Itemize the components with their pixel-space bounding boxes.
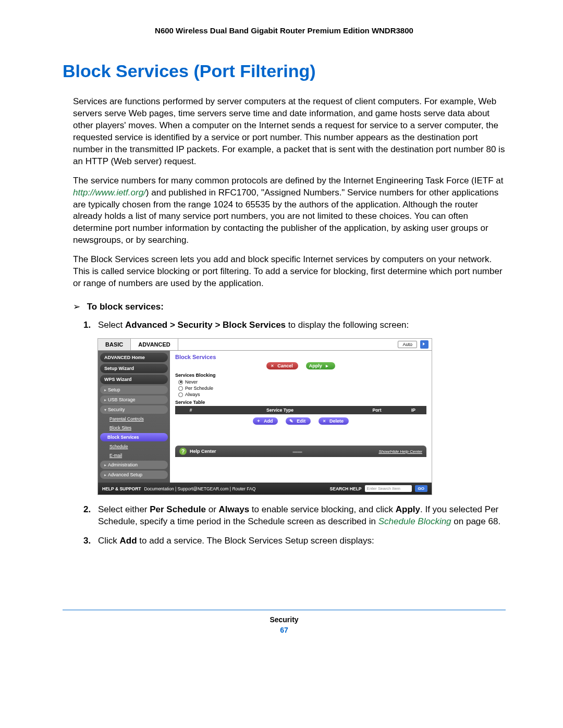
step-1b: to display the following screen:	[286, 320, 409, 330]
cancel-label: Cancel	[277, 363, 293, 368]
radio-per-schedule-label: Per Schedule	[185, 386, 213, 391]
sidebar-item-block-sites[interactable]: Block Sites	[100, 424, 168, 431]
schedule-blocking-xref[interactable]: Schedule Blocking	[378, 516, 451, 526]
add-label: Add	[264, 418, 273, 424]
radio-never-label: Never	[185, 379, 198, 385]
ui-footer: HELP & SUPPORT Documentation | Support@N…	[98, 483, 432, 495]
step-2c: to enable service blocking, and click	[249, 504, 396, 514]
sidebar-item-setup-wizard[interactable]: Setup Wizard	[100, 364, 168, 373]
sidebar-item-advanced-setup[interactable]: Advanced Setup	[100, 471, 168, 479]
show-hide-help-link[interactable]: Show/Hide Help Center	[378, 449, 422, 454]
page-footer: Security 67	[63, 610, 506, 634]
help-center-label: Help Center	[190, 449, 216, 454]
footer-page-number: 67	[63, 626, 506, 634]
step-number: 3.	[83, 535, 91, 547]
col-service-type: Service Type	[206, 406, 353, 414]
procedure-heading-text: To block services:	[87, 302, 164, 312]
step-2-mid: or	[206, 504, 219, 514]
help-center-bar[interactable]: ? Help Center ▬▬ Show/Hide Help Center	[175, 446, 426, 457]
step-1: 1. Select Advanced > Security > Block Se…	[83, 319, 506, 331]
col-number: #	[175, 406, 206, 414]
auto-refresh-label[interactable]: Auto	[398, 341, 417, 348]
apply-label: Apply	[309, 363, 322, 368]
step-2-b1: Per Schedule	[150, 504, 206, 514]
sidebar-item-administration[interactable]: Administration	[100, 461, 168, 469]
step-2e: on page 68.	[451, 516, 501, 526]
step-3a: Click	[98, 536, 120, 546]
help-support-label: HELP & SUPPORT	[102, 486, 141, 491]
step-3-b1: Add	[120, 536, 137, 546]
pencil-icon: ✎	[289, 418, 294, 424]
step-2-b2: Always	[219, 504, 250, 514]
step-2-b3: Apply	[396, 504, 420, 514]
chevron-right-icon: ▸	[325, 363, 330, 368]
radio-icon	[178, 392, 183, 397]
procedure-heading: ➢ To block services:	[73, 301, 506, 312]
refresh-play-icon[interactable]	[420, 340, 429, 349]
search-help-label: SEARCH HELP	[330, 486, 362, 491]
delete-button[interactable]: ×Delete	[319, 417, 349, 425]
col-ip: IP	[400, 406, 426, 414]
step-number: 1.	[83, 319, 91, 331]
step-2a: Select either	[98, 504, 150, 514]
radio-always-label: Always	[185, 392, 200, 397]
plus-icon: +	[256, 418, 261, 424]
sidebar-item-usb-storage[interactable]: USB Storage	[100, 396, 168, 404]
sidebar-item-security[interactable]: Security	[100, 405, 168, 414]
x-icon: ×	[322, 418, 327, 424]
sidebar-item-wps-wizard[interactable]: WPS Wizard	[100, 375, 168, 384]
tab-bar: BASIC ADVANCED Auto	[98, 339, 432, 351]
apply-button[interactable]: Apply▸	[306, 362, 335, 369]
section-title: Block Services (Port Filtering)	[63, 61, 506, 81]
edit-label: Edit	[297, 418, 305, 424]
services-blocking-label: Services Blocking	[175, 373, 426, 378]
x-icon: ×	[270, 363, 275, 368]
step-2: 2. Select either Per Schedule or Always …	[83, 504, 506, 528]
table-header: # Service Type Port IP	[175, 406, 426, 414]
search-input[interactable]: Enter Search Item	[365, 485, 412, 492]
paragraph-3: The Block Services screen lets you add a…	[73, 254, 506, 290]
step-3b: to add a service. The Block Services Set…	[137, 536, 374, 546]
sidebar-item-advanced-home[interactable]: ADVANCED Home	[100, 353, 168, 362]
drag-handle-icon: ▬▬	[216, 449, 379, 454]
chevron-right-icon: ➢	[73, 301, 84, 312]
ietf-link[interactable]: http://www.ietf.org/	[73, 188, 146, 198]
sidebar-item-schedule[interactable]: Schedule	[100, 443, 168, 450]
paragraph-1: Services are functions performed by serv…	[73, 96, 506, 168]
content-pane: Block Services ×Cancel Apply▸ Services B…	[170, 351, 432, 483]
question-icon: ?	[179, 448, 187, 455]
footer-section: Security	[63, 615, 506, 624]
sidebar: ADVANCED Home Setup Wizard WPS Wizard Se…	[98, 351, 170, 483]
content-title: Block Services	[175, 354, 426, 360]
sidebar-item-email[interactable]: E-mail	[100, 452, 168, 459]
edit-button[interactable]: ✎Edit	[286, 417, 311, 425]
radio-icon	[178, 386, 183, 391]
radio-icon	[178, 380, 183, 385]
footer-links[interactable]: Documentation | Support@NETGEAR.com | Ro…	[144, 486, 255, 491]
step-3: 3. Click Add to add a service. The Block…	[83, 535, 506, 547]
paragraph-2a: The service numbers for many common prot…	[73, 176, 504, 186]
document-header: N600 Wireless Dual Band Gigabit Router P…	[63, 26, 506, 35]
radio-per-schedule[interactable]: Per Schedule	[175, 385, 426, 391]
radio-always[interactable]: Always	[175, 391, 426, 398]
tab-advanced[interactable]: ADVANCED	[131, 339, 178, 350]
service-table: # Service Type Port IP	[175, 406, 426, 414]
radio-never[interactable]: Never	[175, 379, 426, 385]
cancel-button[interactable]: ×Cancel	[266, 362, 298, 369]
service-table-label: Service Table	[175, 400, 426, 405]
sidebar-item-parental-controls[interactable]: Parental Controls	[100, 415, 168, 423]
step-1a: Select	[98, 320, 125, 330]
sidebar-item-block-services[interactable]: Block Services	[100, 433, 168, 441]
tab-basic[interactable]: BASIC	[98, 339, 131, 350]
embedded-screenshot: BASIC ADVANCED Auto ADVANCED Home Setup …	[98, 339, 506, 495]
step-1-path: Advanced > Security > Block Services	[125, 320, 286, 330]
step-number: 2.	[83, 504, 91, 516]
add-button[interactable]: +Add	[253, 417, 278, 425]
sidebar-item-setup[interactable]: Setup	[100, 386, 168, 394]
col-port: Port	[353, 406, 400, 414]
go-button[interactable]: GO	[415, 485, 427, 492]
paragraph-2: The service numbers for many common prot…	[73, 175, 506, 247]
delete-label: Delete	[329, 418, 344, 424]
